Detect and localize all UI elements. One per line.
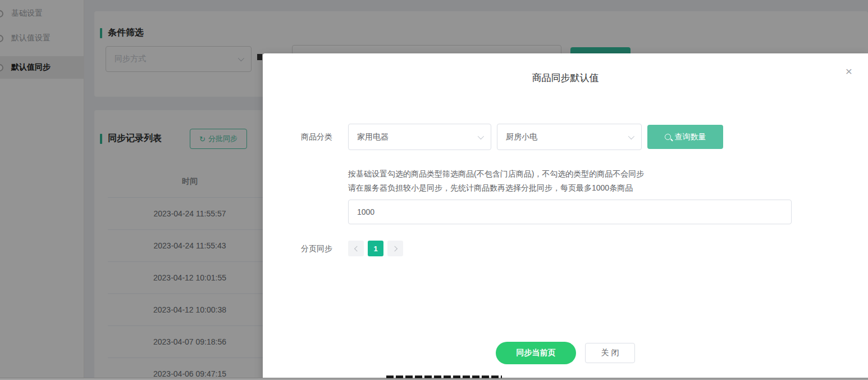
category-level2-value: 厨房小电	[506, 132, 537, 142]
close-icon[interactable]: ×	[842, 65, 856, 78]
query-count-label: 查询数量	[675, 132, 706, 142]
hint-line-2: 请在服务器负担较小是同步，先统计商品数再选择分批同步，每页最多1000条商品	[348, 183, 633, 193]
pagination-page-1[interactable]: 1	[368, 241, 383, 256]
chevron-right-icon	[392, 246, 398, 251]
search-icon	[665, 134, 671, 140]
category-label: 商品分类	[263, 132, 332, 142]
sync-current-page-button[interactable]: 同步当前页	[496, 342, 576, 364]
pagination-label: 分页同步	[263, 244, 332, 254]
chevron-left-icon	[354, 246, 359, 251]
modal-title: 商品同步默认值	[263, 71, 868, 84]
hint-line-1: 按基础设置勾选的商品类型筛选商品(不包含门店商品)，不勾选的类型的商品不会同步	[348, 169, 644, 179]
pagination-prev-button[interactable]	[348, 241, 364, 256]
chevron-down-icon	[628, 133, 634, 139]
query-count-button[interactable]: 查询数量	[647, 125, 723, 149]
pagination-next-button[interactable]	[387, 241, 403, 256]
clipped-text-fragment	[386, 376, 502, 378]
modal-footer: 同步当前页 关 闭	[263, 342, 868, 364]
app-window: 基础设置 默认值设置 默认值同步 条件筛选 同步方式	[0, 0, 868, 380]
product-sync-modal: 商品同步默认值 × 商品分类 家用电器 厨房小电 查询数量 按基础设置勾选的商品…	[263, 53, 868, 380]
category-level1-select[interactable]: 家用电器	[348, 124, 491, 150]
category-level2-select[interactable]: 厨房小电	[497, 124, 642, 150]
close-button[interactable]: 关 闭	[585, 343, 635, 363]
category-level1-value: 家用电器	[357, 132, 389, 142]
page-size-input[interactable]	[348, 200, 792, 224]
chevron-down-icon	[478, 133, 484, 139]
page-sync-pagination: 1	[348, 241, 403, 256]
